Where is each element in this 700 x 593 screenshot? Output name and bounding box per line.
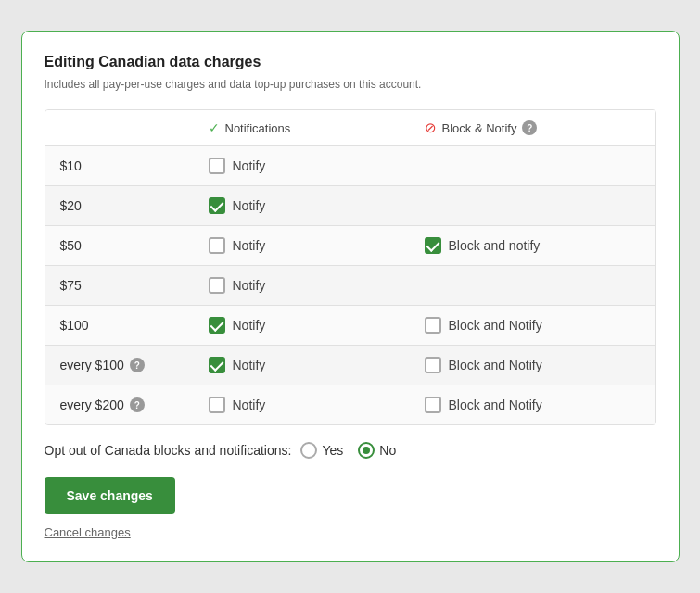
cancel-button[interactable]: Cancel changes	[45, 525, 131, 539]
amount-cell: every $100 ?	[60, 358, 209, 372]
opt-out-row: Opt out of Canada blocks and notificatio…	[45, 442, 656, 459]
block-label-every200: Block and Notify	[449, 397, 542, 412]
amount-cell: $20	[60, 198, 209, 213]
charges-table: ✓ Notifications ⊘ Block & Notify ? $10 N…	[45, 109, 656, 425]
every-100-help-icon[interactable]: ?	[130, 358, 145, 372]
opt-out-label: Opt out of Canada blocks and notificatio…	[45, 443, 292, 458]
save-button[interactable]: Save changes	[45, 477, 175, 514]
notify-checkbox-every100[interactable]	[209, 357, 225, 373]
block-notify-column-header: ⊘ Block & Notify ?	[425, 120, 641, 136]
notify-cell: Notify	[209, 277, 425, 294]
notify-cell: Notify	[209, 397, 425, 413]
notify-label-10: Notify	[233, 158, 266, 173]
block-label-every100: Block and Notify	[449, 358, 542, 372]
card-title: Editing Canadian data charges	[45, 54, 656, 70]
notify-label-20: Notify	[233, 198, 266, 213]
block-cell: Block and notify	[425, 237, 641, 254]
block-label-100: Block and Notify	[449, 318, 542, 333]
table-row: every $100 ? Notify Block and Notify	[45, 346, 655, 385]
table-row: $20 Notify	[45, 186, 655, 226]
notify-checkbox-every200[interactable]	[209, 397, 225, 413]
table-header: ✓ Notifications ⊘ Block & Notify ?	[45, 110, 655, 146]
opt-out-no-text: No	[379, 443, 396, 458]
card-subtitle: Includes all pay-per-use charges and dat…	[45, 78, 656, 91]
table-row: $75 Notify	[45, 266, 655, 306]
block-checkbox-50[interactable]	[425, 237, 441, 254]
every-200-help-icon[interactable]: ?	[130, 397, 145, 412]
notifications-column-header: ✓ Notifications	[209, 120, 425, 135]
opt-out-yes-label[interactable]: Yes	[300, 442, 343, 459]
opt-out-no-label[interactable]: No	[358, 442, 396, 459]
opt-out-radio-group: Yes No	[300, 442, 396, 459]
notify-checkbox-10[interactable]	[209, 158, 225, 174]
main-card: Editing Canadian data charges Includes a…	[21, 31, 680, 562]
notify-cell: Notify	[209, 197, 425, 214]
amount-cell: $50	[60, 238, 209, 253]
table-row: $10 Notify	[45, 146, 655, 186]
table-row: $50 Notify Block and notify	[45, 226, 655, 266]
amount-cell: $100	[60, 318, 209, 333]
check-icon: ✓	[209, 120, 220, 135]
block-label-50: Block and notify	[449, 238, 541, 253]
notify-checkbox-75[interactable]	[209, 277, 225, 294]
block-notify-help-icon[interactable]: ?	[522, 120, 537, 135]
block-checkbox-every200[interactable]	[425, 397, 441, 413]
notify-cell: Notify	[209, 317, 425, 334]
opt-out-yes-radio[interactable]	[300, 442, 317, 459]
opt-out-no-radio[interactable]	[358, 442, 375, 459]
block-checkbox-100[interactable]	[425, 317, 441, 334]
notify-cell: Notify	[209, 357, 425, 373]
notify-label-75: Notify	[233, 278, 266, 293]
block-cell: Block and Notify	[425, 397, 641, 413]
notify-checkbox-20[interactable]	[209, 197, 225, 214]
block-cell: Block and Notify	[425, 317, 641, 334]
notify-label-every200: Notify	[233, 397, 266, 412]
notify-cell: Notify	[209, 158, 425, 174]
amount-cell: $75	[60, 278, 209, 293]
notify-label-every100: Notify	[233, 358, 266, 372]
amount-cell: every $200 ?	[60, 397, 209, 412]
block-checkbox-every100[interactable]	[425, 357, 441, 373]
block-icon: ⊘	[425, 120, 437, 136]
table-row: $100 Notify Block and Notify	[45, 306, 655, 346]
amount-cell: $10	[60, 158, 209, 173]
block-cell: Block and Notify	[425, 357, 641, 373]
notify-label-50: Notify	[233, 238, 266, 253]
notify-checkbox-100[interactable]	[209, 317, 225, 334]
notify-checkbox-50[interactable]	[209, 237, 225, 254]
opt-out-yes-text: Yes	[322, 443, 343, 458]
table-row: every $200 ? Notify Block and Notify	[45, 385, 655, 424]
notify-label-100: Notify	[233, 318, 266, 333]
notify-cell: Notify	[209, 237, 425, 254]
